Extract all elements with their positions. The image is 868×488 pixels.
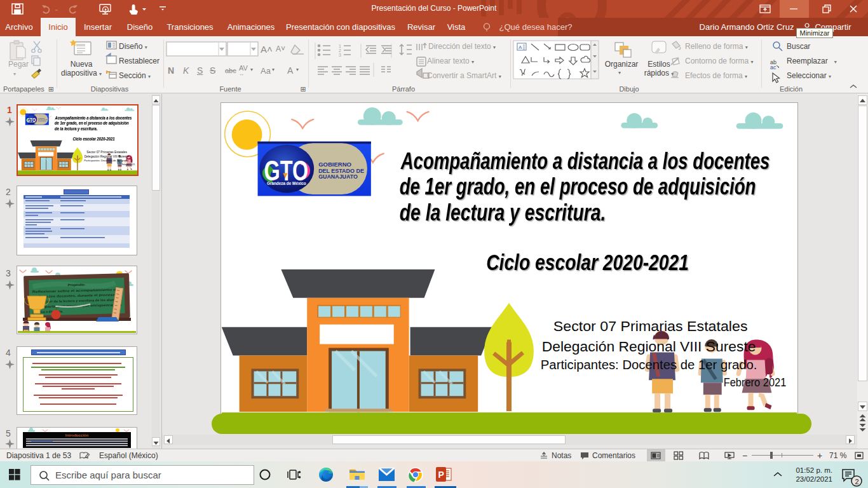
svg-text:1: 1 bbox=[339, 44, 341, 48]
svg-text:A: A bbox=[519, 44, 522, 50]
svg-text:Introducción: Introducción bbox=[65, 433, 89, 437]
svg-text:2: 2 bbox=[339, 48, 341, 53]
svg-text:ac: ac bbox=[770, 64, 776, 71]
svg-text:Propósito:: Propósito: bbox=[68, 283, 86, 287]
svg-text:2: 2 bbox=[855, 478, 859, 485]
svg-text:3: 3 bbox=[339, 53, 341, 57]
svg-text:P: P bbox=[438, 470, 444, 480]
